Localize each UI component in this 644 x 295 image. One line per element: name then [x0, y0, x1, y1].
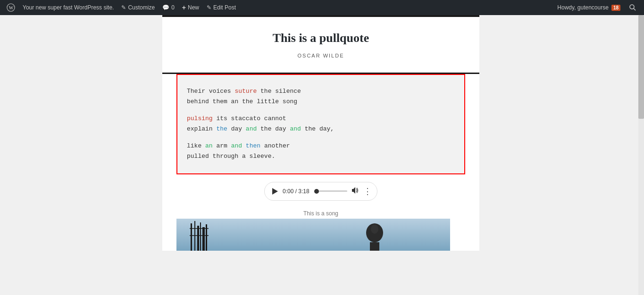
svg-point-2 [630, 5, 634, 9]
svg-point-17 [371, 224, 378, 234]
new-link[interactable]: + New [178, 0, 203, 15]
image-section: 1.00 [162, 219, 479, 251]
code-line-5: like an arm and then another [187, 141, 455, 151]
caption-text: This is a song [303, 210, 338, 217]
audio-time: 0:00 / 3:18 [283, 188, 309, 195]
audio-progress [314, 189, 347, 194]
plus-icon: + [182, 4, 186, 11]
play-button[interactable] [272, 187, 278, 196]
svg-rect-11 [202, 227, 205, 251]
admin-bar: W Your new super fast WordPress site. ✎ … [0, 0, 644, 15]
site-name-text: Your new super fast WordPress site. [23, 4, 114, 11]
code-line-4: explain the day and the day and the day, [187, 124, 455, 134]
svg-marker-4 [272, 188, 278, 195]
svg-text:W: W [9, 5, 14, 10]
code-block: Their voices suture the silence behind t… [177, 75, 464, 173]
pullquote-title: This is a pullquote [181, 31, 460, 45]
volume-button[interactable] [352, 187, 359, 195]
code-gap-1 [187, 107, 455, 114]
comments-link[interactable]: 💬 0 [159, 0, 178, 15]
svg-line-3 [634, 8, 636, 10]
pullquote-block: This is a pullquote OSCAR WILDE [162, 17, 479, 74]
customize-link[interactable]: ✎ Customize [117, 0, 159, 15]
customize-label: Customize [128, 4, 155, 11]
code-line-6: pulled through a sleeve. [187, 151, 455, 162]
notification-badge: 18 [611, 5, 620, 11]
scrollbar-thumb[interactable] [638, 15, 644, 119]
edit-post-link[interactable]: ✎ Edit Post [203, 0, 240, 15]
svg-marker-5 [352, 187, 355, 194]
edit-icon: ✎ [207, 4, 211, 11]
svg-rect-6 [176, 219, 450, 251]
content-panel: This is a pullquote OSCAR WILDE Their vo… [162, 17, 479, 251]
svg-rect-16 [370, 242, 379, 251]
code-line-3: pulsing its staccato cannot [187, 114, 455, 124]
howdy-text: Howdy, gutencourse [557, 4, 609, 11]
audio-section: 0:00 / 3:18 ⋮ [162, 174, 479, 208]
wp-logo[interactable]: W [3, 0, 19, 15]
customize-icon: ✎ [121, 4, 126, 11]
code-section: Their voices suture the silence behind t… [162, 74, 479, 174]
comment-icon: 💬 [162, 4, 169, 11]
image-silhouette [176, 219, 450, 251]
audio-player: 0:00 / 3:18 ⋮ [264, 182, 377, 201]
pullquote-author: OSCAR WILDE [181, 53, 460, 58]
svg-rect-10 [200, 222, 201, 251]
code-line-1: Their voices suture the silence [187, 86, 455, 97]
svg-rect-13 [190, 228, 209, 229]
site-name-link[interactable]: Your new super fast WordPress site. [19, 0, 117, 15]
progress-dot[interactable] [314, 189, 319, 194]
svg-rect-7 [191, 223, 192, 251]
howdy-menu[interactable]: Howdy, gutencourse 18 [553, 0, 624, 15]
new-label: New [188, 4, 199, 11]
code-gap-2 [187, 134, 455, 141]
search-button[interactable] [624, 0, 641, 15]
progress-bar[interactable] [319, 190, 347, 192]
svg-rect-14 [190, 235, 209, 236]
comment-count: 0 [171, 4, 175, 11]
edit-post-label: Edit Post [213, 4, 236, 11]
main-content: This is a pullquote OSCAR WILDE Their vo… [0, 15, 644, 295]
code-block-border: Their voices suture the silence behind t… [176, 74, 465, 174]
image-caption: This is a song [162, 208, 479, 219]
image-placeholder: 1.00 [176, 219, 450, 251]
code-line-2: behind them an the little song [187, 97, 455, 107]
scrollbar-track[interactable] [638, 15, 644, 295]
svg-rect-9 [197, 226, 199, 251]
more-options-button[interactable]: ⋮ [363, 186, 372, 197]
